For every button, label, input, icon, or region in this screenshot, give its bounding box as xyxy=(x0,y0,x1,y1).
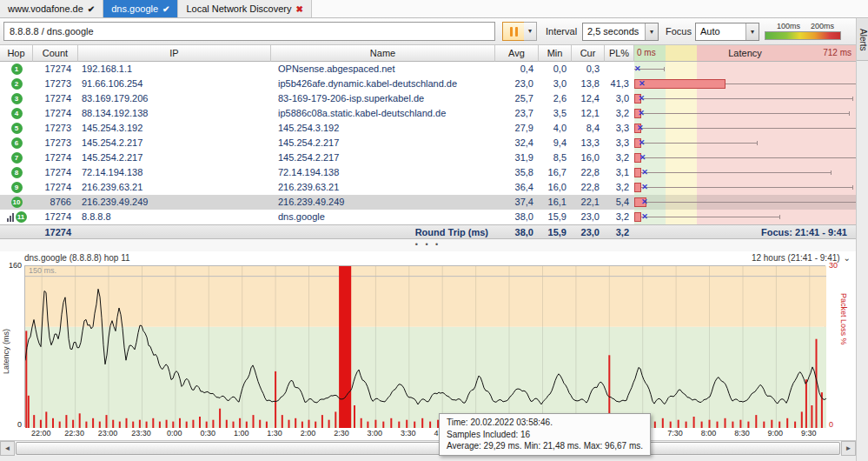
graphed-hop-icon xyxy=(7,213,14,222)
hop-cell: 9 xyxy=(0,180,33,195)
tooltip-time: Time: 20.02.2022 03:58:46. xyxy=(447,417,643,429)
hop-row-7[interactable]: 717274145.254.2.217145.254.2.21731,98,51… xyxy=(0,150,856,165)
hop-number-badge: 7 xyxy=(11,152,23,164)
x-tick-label: 3:00 xyxy=(361,429,388,438)
cur-cell: 0,3 xyxy=(572,62,605,77)
hop-row-6[interactable]: 617273145.254.2.217145.254.2.21732,49,41… xyxy=(0,136,856,150)
hop-row-1[interactable]: 117274192.168.1.1OPNsense.abgespaced.net… xyxy=(0,62,856,77)
hop-number-badge: 1 xyxy=(11,63,23,75)
current-latency-marker-icon: ✕ xyxy=(639,77,646,90)
current-latency-marker-icon: ✕ xyxy=(639,151,646,164)
hop-row-11[interactable]: 11172748.8.8.8dns.google38,015,923,03,2✕ xyxy=(0,210,856,224)
current-latency-marker-icon: ✕ xyxy=(641,166,648,179)
hop-number-badge: 2 xyxy=(11,78,23,90)
summary-ip-cell xyxy=(78,225,271,240)
latency-range-max-tick xyxy=(664,67,665,71)
avg-cell: 23,7 xyxy=(495,106,539,121)
name-cell: dns.google xyxy=(271,210,495,224)
latency-graph-cell: ✕ xyxy=(634,77,856,91)
hop-row-3[interactable]: 31727483.169.179.20683-169-179-206-isp.s… xyxy=(0,91,856,106)
focus-range-label: Focus: 21:41 - 9:41 xyxy=(634,225,856,240)
summary-count: 17274 xyxy=(33,225,78,240)
ip-cell: 91.66.106.254 xyxy=(78,77,271,91)
col-header-count: Count xyxy=(33,45,78,62)
current-latency-marker-icon: ✕ xyxy=(634,63,641,76)
ip-cell: 145.254.2.217 xyxy=(78,136,271,150)
name-cell: 145.254.2.217 xyxy=(271,150,495,165)
x-tick-label: 8:00 xyxy=(695,429,723,438)
hop-row-2[interactable]: 21727391.66.106.254ip5b426afe.dynamic.ka… xyxy=(0,77,856,91)
scroll-right-icon[interactable]: ► xyxy=(841,441,856,456)
hop-row-10[interactable]: 108766216.239.49.249216.239.49.24937,416… xyxy=(0,195,856,210)
latency-chart[interactable] xyxy=(24,265,825,427)
tab-dns-google[interactable]: dns.google ✔ xyxy=(103,0,178,17)
tab-www-vodafone-de[interactable]: www.vodafone.de ✔ xyxy=(0,0,103,17)
pl-cell: 3,2 xyxy=(605,180,634,195)
min-cell: 4,0 xyxy=(539,121,572,136)
scrollbar-thumb[interactable] xyxy=(16,442,840,455)
hop-row-8[interactable]: 81727472.14.194.13872.14.194.13835,816,7… xyxy=(0,165,856,180)
latency-range-whisker xyxy=(635,128,856,129)
current-latency-marker-icon: ✕ xyxy=(638,92,645,105)
alerts-side-tab[interactable]: Alerts xyxy=(857,19,868,61)
latency-chart-svg xyxy=(25,266,826,428)
interval-select[interactable]: 2,5 seconds ▾ xyxy=(582,23,659,41)
cur-cell: 16,0 xyxy=(572,150,605,165)
avg-cell: 23,0 xyxy=(495,77,539,91)
pl-cell: 3,2 xyxy=(605,106,634,121)
name-cell: 145.254.3.192 xyxy=(271,121,495,136)
target-input[interactable]: 8.8.8.8 / dns.google xyxy=(3,22,495,41)
cur-cell: 22,8 xyxy=(572,180,605,195)
legend-100ms-label: 100ms xyxy=(777,22,800,30)
min-cell: 3,5 xyxy=(539,106,572,121)
x-tick-label: 1:00 xyxy=(228,429,255,438)
latency-graph-cell: ✕ xyxy=(634,62,856,77)
pause-button[interactable] xyxy=(502,22,525,41)
y2-axis-min-label: 0 xyxy=(829,420,850,429)
focus-select[interactable]: Auto ▾ xyxy=(695,23,759,41)
hop-number-badge: 3 xyxy=(11,93,23,104)
latency-range-max-tick xyxy=(779,215,780,219)
scroll-left-icon[interactable]: ◄ xyxy=(0,441,15,456)
min-cell: 16,7 xyxy=(539,165,572,180)
hop-row-4[interactable]: 41727488.134.192.138ip5886c08a.static.ka… xyxy=(0,106,856,121)
y-axis-min-label: 0 xyxy=(3,420,22,429)
summary-min: 15,9 xyxy=(539,225,572,240)
hop-row-5[interactable]: 517273145.254.3.192145.254.3.19227,94,08… xyxy=(0,121,856,136)
timeline-scrollbar[interactable]: ◄ ► xyxy=(0,440,856,456)
x-tick-label: 22:00 xyxy=(27,429,55,438)
trace-table-rows: 117274192.168.1.1OPNsense.abgespaced.net… xyxy=(0,62,856,224)
latency-graph-cell: ✕ xyxy=(634,195,856,210)
tab-local-network-discovery[interactable]: Local Network Discovery ✖ xyxy=(178,0,311,17)
latency-graph-cell: ✕ xyxy=(634,210,856,224)
packet-loss-bar xyxy=(634,212,641,222)
ip-cell: 8.8.8.8 xyxy=(78,210,271,224)
name-cell: 72.14.194.138 xyxy=(271,165,495,180)
tab-label: Local Network Discovery xyxy=(186,3,291,14)
name-cell: 216.239.63.21 xyxy=(271,180,495,195)
legend-200ms-label: 200ms xyxy=(811,22,834,30)
pause-dropdown-arrow-icon[interactable]: ▾ xyxy=(524,22,537,41)
pane-splitter[interactable]: • • • xyxy=(0,239,856,251)
pl-cell: 3,1 xyxy=(605,165,634,180)
timeline-graph-pane: dns.google (8.8.8.8) hop 11 12 hours (21… xyxy=(0,251,856,440)
ip-cell: 83.169.179.206 xyxy=(78,91,271,106)
bottom-strip xyxy=(0,456,856,461)
hop-cell: 11 xyxy=(0,210,33,224)
min-cell: 9,4 xyxy=(539,136,572,150)
pl-cell: 3,3 xyxy=(605,121,634,136)
cur-cell: 22,1 xyxy=(572,195,605,210)
hop-number-badge: 5 xyxy=(11,123,23,134)
count-cell: 17274 xyxy=(33,106,78,121)
name-cell: ip5886c08a.static.kabel-deutschland.de xyxy=(271,106,495,121)
interval-value: 2,5 seconds xyxy=(583,23,645,40)
y-axis-max-label: 160 xyxy=(3,261,22,270)
ip-cell: 88.134.192.138 xyxy=(78,106,271,121)
hop-row-9[interactable]: 917274216.239.63.21216.239.63.2136,416,0… xyxy=(0,180,856,195)
packet-loss-bar xyxy=(634,183,641,192)
latency-range-whisker xyxy=(637,157,856,158)
latency-range-max-tick xyxy=(831,170,832,175)
cur-cell: 8,4 xyxy=(572,121,605,136)
pl-cell: 5,4 xyxy=(605,195,634,210)
latency-graph-cell: ✕ xyxy=(634,106,856,121)
